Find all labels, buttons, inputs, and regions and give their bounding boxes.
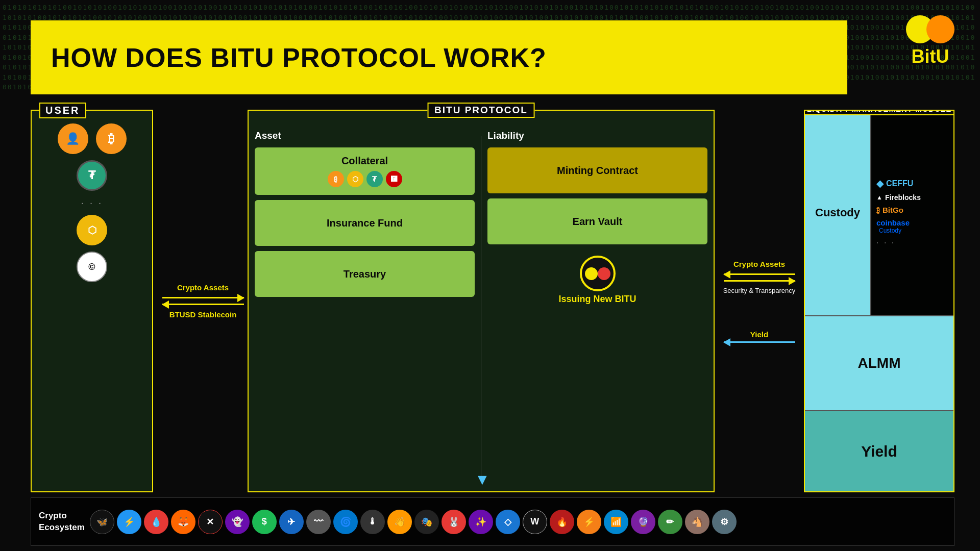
insurance-fund-label: Insurance Fund [327,217,403,229]
eco-icon-5: ✕ [198,510,223,534]
asset-header: Asset [255,130,475,141]
liability-header: Liability [487,130,707,141]
protocol-section: BITU PROTOCOL Asset Collateral ₿ ⬡ ₮ [248,110,715,492]
eco-icon-24: ⚙ [712,510,737,534]
bitgo-label: BitGo [883,206,903,214]
security-label: Security & Transparency [723,287,796,294]
user-avatar-icon: 👤 [58,123,88,154]
eco-icon-7: $ [252,510,277,534]
bitu-logo: BitU [906,15,954,67]
earn-vault-label: Earn Vault [573,216,623,228]
ceffu-label: CEFFU [886,179,913,188]
collateral-btc: ₿ [328,171,344,187]
eco-icon-3: 💧 [144,510,168,534]
c-token-icon: © [77,252,107,282]
protocol-label: BITU PROTOCOL [427,103,535,118]
treasury-label: Treasury [344,268,386,280]
user-protocol-arrows: Crypto Assets BTUSD Stablecoin [158,110,248,492]
crypto-assets-label: Crypto Assets [177,283,229,292]
arrow-right-yield [724,280,795,282]
eco-icon-15: ✨ [469,510,493,534]
arrow-left-stablecoin [162,304,244,305]
ecosystem-bar: CryptoEcosystem 🦋 ⚡ 💧 🦊 ✕ 👻 $ ✈ 〰 🌀 🌡 👋 … [31,497,954,546]
yield-group: Yield [724,330,795,343]
collateral-box[interactable]: Collateral ₿ ⬡ ₮ 🅵 [255,147,475,195]
partner-coinbase: coinbase Custody [876,218,948,234]
partner-bitgo: ₿ BitGo [876,206,948,214]
arrow-right-crypto [162,297,244,298]
eco-icon-2: ⚡ [117,510,141,534]
partners-dots: · · · [876,238,948,247]
coinbase-custody-label: Custody [879,227,948,234]
eco-icon-18: 🔥 [550,510,574,534]
yield-panel: Yield [805,411,953,491]
stablecoin-label: BTUSD Stablecoin [169,310,237,319]
issue-bitu-area: Issuing New BITU [487,249,707,311]
issuing-new-bitu-label: Issuing New BITU [558,294,636,305]
partner-ceffu: ◆ CEFFU [876,178,948,189]
ecosystem-icons: 🦋 ⚡ 💧 🦊 ✕ 👻 $ ✈ 〰 🌀 🌡 👋 🎭 🐰 ✨ ◇ W 🔥 ⚡ 📶 … [90,510,946,534]
fireblocks-label: Fireblocks [885,193,921,202]
eco-icon-21: 🔮 [631,510,655,534]
crypto-assets-right-label: Crypto Assets [733,260,785,268]
eco-icon-19: ⚡ [577,510,601,534]
partner-fireblocks: ▲ Fireblocks [876,193,948,202]
insurance-fund-box[interactable]: Insurance Fund [255,200,475,246]
user-label: USER [39,103,86,118]
eco-icon-1: 🦋 [90,510,114,534]
minting-contract-box[interactable]: Minting Contract [487,147,707,193]
eco-icon-4: 🦊 [171,510,195,534]
eco-icon-23: 🐴 [685,510,709,534]
arrow-left-crypto [724,273,795,275]
header-banner: HOW DOES BITU PROTOCOL WORK? [31,20,847,94]
main-content: HOW DOES BITU PROTOCOL WORK? BitU USER 👤… [0,0,980,551]
eco-icon-22: ✏ [658,510,682,534]
custody-label: Custody [815,206,860,219]
eco-icon-12: 👋 [387,510,412,534]
circle-orange [926,15,954,43]
yield-panel-label: Yield [861,443,897,460]
user-section: USER 👤 ₿ ₮ · · · ⬡ © [31,110,153,492]
eco-icon-9: 〰 [306,510,331,534]
yield-arrow [724,341,795,343]
protocol-liquidity-arrows: Crypto Assets Security & Transparency Yi… [715,110,804,492]
collateral-icons: ₿ ⬡ ₮ 🅵 [328,171,402,187]
eco-icon-8: ✈ [279,510,304,534]
collateral-bnb: ⬡ [347,171,363,187]
yield-label: Yield [724,330,795,339]
asset-column: Asset Collateral ₿ ⬡ ₮ 🅵 [249,126,481,491]
down-arrow: ▼ [475,471,490,488]
bitu-token-icon [580,256,616,291]
eco-icon-6: 👻 [225,510,250,534]
almm-panel: ALMM [805,316,953,412]
ecosystem-label: CryptoEcosystem [39,510,85,533]
almm-label: ALMM [858,355,901,371]
collateral-label: Collateral [341,155,388,167]
liquidity-section: LIQUIDITY MANAGEMENT MODULE Custody ◆ CE… [804,110,954,492]
earn-vault-box[interactable]: Earn Vault [487,198,707,244]
bitu-circles [906,15,954,43]
page-title: HOW DOES BITU PROTOCOL WORK? [51,42,547,73]
partners-panel: ◆ CEFFU ▲ Fireblocks ₿ BitGo [871,111,953,315]
custody-panel: Custody [805,111,871,315]
collateral-usdt: ₮ [366,171,383,187]
dots: · · · [81,197,103,209]
coinbase-label: coinbase [876,218,948,227]
eco-icon-16: ◇ [496,510,520,534]
usdt-icon: ₮ [77,160,107,191]
bitu-logo-text: BitU [906,46,954,67]
btc-icon: ₿ [96,123,127,154]
minting-contract-label: Minting Contract [557,165,638,177]
lmm-label: LIQUIDITY MANAGEMENT MODULE [804,110,954,115]
eco-icon-17: W [523,510,547,534]
eco-icon-14: 🐰 [442,510,466,534]
eco-icon-11: 🌡 [360,510,385,534]
collateral-other: 🅵 [386,171,402,187]
eco-icon-13: 🎭 [414,510,439,534]
eco-icon-10: 🌀 [333,510,358,534]
bnb-icon: ⬡ [77,215,107,245]
eco-icon-20: 📶 [604,510,628,534]
treasury-box[interactable]: Treasury [255,251,475,297]
liability-column: Liability Minting Contract Earn Vault [481,126,714,491]
